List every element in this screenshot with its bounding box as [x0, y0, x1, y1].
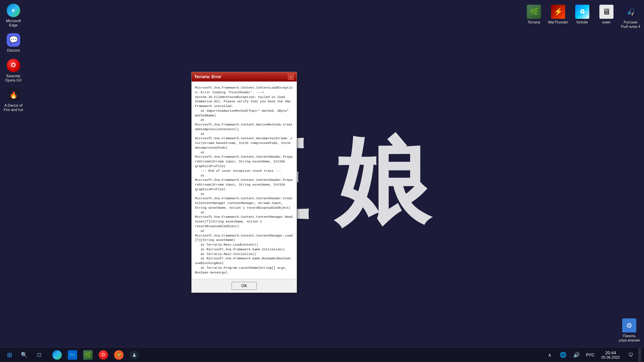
error-message-text: Microsoft.Xna.Framework.Content.ContentL…	[195, 86, 293, 275]
desktop-icon-discord[interactable]: 💬 Discord	[1, 31, 26, 55]
kanji-right-char: 娘	[336, 134, 430, 228]
taskbar-pinned-icons: Ps 🌿 O 🦁 ♟	[50, 348, 142, 362]
warthunder-label: WarThunder	[548, 20, 568, 24]
taskbar-brave-icon[interactable]: 🦁	[111, 348, 126, 362]
opera-gx-icon: O	[6, 58, 20, 72]
desktop-icon-panel[interactable]: ⚙ Панель упра вления	[617, 316, 641, 345]
desktop-top-icons: 🌿 Terraria ⚡ WarThunder ♻ fortnite 🖥 ком…	[521, 1, 644, 32]
desktop-icon-fortnite[interactable]: ♻ fortnite	[570, 3, 594, 27]
edge-icon: e	[6, 3, 20, 17]
search-button[interactable]: 🔍	[17, 348, 31, 362]
clock-time: 20:44	[605, 350, 616, 355]
sound-tray-icon[interactable]: 🔊	[571, 350, 582, 360]
dialog-title: Terraria: Error	[194, 74, 221, 79]
clock-area[interactable]: 20:44 05.06.2022	[599, 350, 623, 359]
terraria-error-dialog: Terraria: Error × Microsoft.Xna.Framewor…	[191, 72, 297, 293]
terraria-icon: 🌿	[527, 5, 541, 19]
taskview-icon: ⊡	[37, 352, 41, 358]
taskbar: ⊞ 🔍 ⊡ Ps 🌿 O 🦁 ♟	[0, 347, 644, 362]
discord-label: Discord	[7, 48, 19, 53]
taskbar-left: ⊞ 🔍 ⊡ Ps 🌿 O 🦁 ♟	[3, 348, 142, 362]
rusfish-label: Русская Рыб алка 4	[620, 20, 641, 29]
taskbar-right: ∧ 🌐 🔊 РУС 20:44 05.06.2022 🗨	[544, 348, 641, 362]
rusfish-icon: 🎣	[624, 5, 638, 19]
dofi-label: A Dance of Fire and Ice	[3, 103, 24, 112]
panel-label: Панель упра вления	[618, 334, 640, 343]
edge-taskbar-icon	[52, 350, 62, 360]
warthunder-icon: ⚡	[551, 5, 565, 19]
windows-icon: ⊞	[7, 351, 12, 359]
desktop-icon-comp[interactable]: 🖥 комп	[594, 3, 618, 27]
photoshop-taskbar-icon: Ps	[68, 350, 77, 360]
terraria-label: Terraria	[528, 20, 540, 24]
taskbar-steam-icon[interactable]: ♟	[127, 348, 142, 362]
taskbar-opera-icon[interactable]: O	[96, 348, 111, 362]
desktop-icon-edge[interactable]: e Microsoft Edge	[1, 1, 26, 30]
taskbar-terraria-icon[interactable]: 🌿	[81, 348, 95, 362]
discord-icon: 💬	[6, 33, 20, 47]
desktop-icon-terraria[interactable]: 🌿 Terraria	[522, 3, 546, 27]
task-view-button[interactable]: ⊡	[32, 348, 46, 362]
taskbar-edge-icon[interactable]	[50, 348, 64, 362]
desktop-icon-rusfish[interactable]: 🎣 Русская Рыб алка 4	[618, 3, 643, 31]
dialog-close-button[interactable]: ×	[288, 74, 294, 80]
desktop-icon-opera[interactable]: O Браузер Opera GX	[1, 56, 26, 85]
desktop-icon-dofi[interactable]: 🔥 A Dance of Fire and Ice	[1, 86, 26, 114]
search-icon: 🔍	[21, 352, 28, 358]
dofi-game-icon: 🔥	[6, 88, 20, 102]
comp-label: комп	[602, 20, 611, 24]
opera-label: Браузер Opera GX	[3, 74, 24, 83]
edge-label: Microsoft Edge	[3, 19, 24, 28]
steam-taskbar-icon: ♟	[130, 350, 139, 360]
taskbar-ps-icon[interactable]: Ps	[65, 348, 80, 362]
opera-taskbar-icon: O	[99, 350, 108, 360]
ok-button[interactable]: OK	[232, 282, 257, 290]
terraria-taskbar-icon: 🌿	[83, 350, 93, 360]
fortnite-label: fortnite	[577, 20, 588, 24]
start-button[interactable]: ⊞	[3, 348, 16, 362]
brave-taskbar-icon: 🦁	[114, 350, 123, 360]
clock-date: 05.06.2022	[601, 355, 620, 359]
show-desktop-button[interactable]	[639, 348, 641, 362]
tray-expand-button[interactable]: ∧	[544, 350, 555, 360]
language-indicator[interactable]: РУС	[585, 352, 596, 357]
desktop-background: 王 娘	[0, 0, 644, 362]
notification-button[interactable]: 🗨	[625, 350, 636, 360]
desktop-left-icons: e Microsoft Edge 💬 Discord O Браузер Ope…	[1, 1, 26, 114]
dialog-titlebar: Terraria: Error ×	[192, 72, 297, 82]
computer-icon: 🖥	[599, 5, 613, 19]
dialog-content: Microsoft.Xna.Framework.Content.ContentL…	[192, 82, 297, 279]
dialog-footer: OK	[192, 279, 297, 293]
fortnite-icon: ♻	[575, 5, 589, 19]
panel-icon: ⚙	[622, 318, 636, 332]
network-tray-icon[interactable]: 🌐	[558, 350, 568, 360]
desktop-icon-warthunder[interactable]: ⚡ WarThunder	[546, 3, 570, 27]
